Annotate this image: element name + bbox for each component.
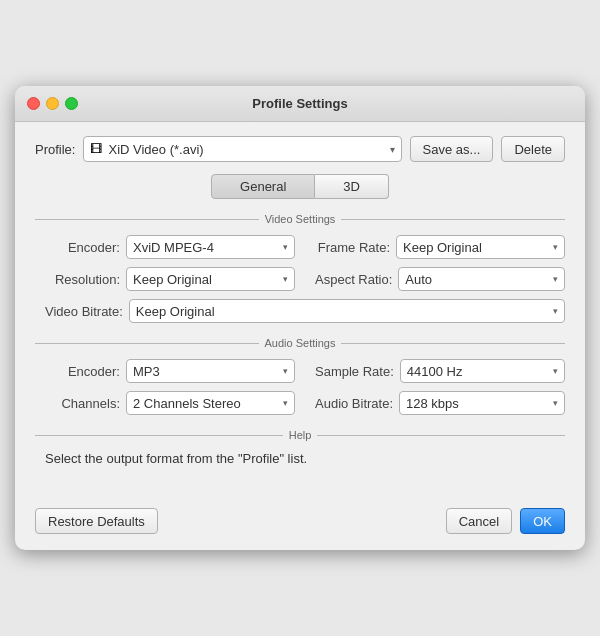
channels-label: Channels:	[45, 396, 120, 411]
sample-rate-arrow: ▾	[553, 366, 558, 376]
frame-rate-label: Frame Rate:	[315, 240, 390, 255]
audio-fields-grid: Encoder: MP3 ▾ Sample Rate: 44100 Hz ▾ C…	[35, 359, 565, 415]
bottom-right-buttons: Cancel OK	[446, 508, 565, 534]
encoder-label: Encoder:	[45, 240, 120, 255]
minimize-button[interactable]	[46, 97, 59, 110]
help-line-left	[35, 435, 283, 436]
profile-label: Profile:	[35, 142, 75, 157]
resolution-value: Keep Original	[133, 272, 283, 287]
video-bitrate-value: Keep Original	[136, 304, 553, 319]
video-bitrate-select[interactable]: Keep Original ▾	[129, 299, 565, 323]
help-line-right	[317, 435, 565, 436]
close-button[interactable]	[27, 97, 40, 110]
profile-value: XiD Video (*.avi)	[108, 142, 385, 157]
delete-button[interactable]: Delete	[501, 136, 565, 162]
section-line-right	[341, 219, 565, 220]
video-settings-section: Video Settings Encoder: XviD MPEG-4 ▾ Fr…	[35, 213, 565, 323]
audio-bitrate-value: 128 kbps	[406, 396, 553, 411]
profile-row: Profile: 🎞 XiD Video (*.avi) ▾ Save as..…	[35, 136, 565, 162]
cancel-button[interactable]: Cancel	[446, 508, 512, 534]
video-bitrate-arrow: ▾	[553, 306, 558, 316]
restore-defaults-button[interactable]: Restore Defaults	[35, 508, 158, 534]
video-settings-title: Video Settings	[265, 213, 336, 225]
encoder-value: XviD MPEG-4	[133, 240, 283, 255]
audio-bitrate-field: Audio Bitrate: 128 kbps ▾	[315, 391, 565, 415]
video-bitrate-row: Video Bitrate: Keep Original ▾	[35, 299, 565, 323]
channels-field: Channels: 2 Channels Stereo ▾	[45, 391, 295, 415]
channels-arrow: ▾	[283, 398, 288, 408]
sample-rate-select[interactable]: 44100 Hz ▾	[400, 359, 565, 383]
audio-encoder-value: MP3	[133, 364, 283, 379]
audio-settings-title: Audio Settings	[265, 337, 336, 349]
help-text: Select the output format from the "Profi…	[35, 451, 565, 466]
profile-select[interactable]: 🎞 XiD Video (*.avi) ▾	[83, 136, 401, 162]
encoder-field: Encoder: XviD MPEG-4 ▾	[45, 235, 295, 259]
sample-rate-field: Sample Rate: 44100 Hz ▾	[315, 359, 565, 383]
traffic-lights	[27, 97, 78, 110]
ok-button[interactable]: OK	[520, 508, 565, 534]
resolution-field: Resolution: Keep Original ▾	[45, 267, 295, 291]
frame-rate-field: Frame Rate: Keep Original ▾	[315, 235, 565, 259]
maximize-button[interactable]	[65, 97, 78, 110]
audio-line-left	[35, 343, 259, 344]
encoder-select[interactable]: XviD MPEG-4 ▾	[126, 235, 295, 259]
resolution-select[interactable]: Keep Original ▾	[126, 267, 295, 291]
sample-rate-value: 44100 Hz	[407, 364, 553, 379]
frame-rate-arrow: ▾	[553, 242, 558, 252]
frame-rate-select[interactable]: Keep Original ▾	[396, 235, 565, 259]
audio-bitrate-label: Audio Bitrate:	[315, 396, 393, 411]
resolution-label: Resolution:	[45, 272, 120, 287]
aspect-ratio-field: Aspect Ratio: Auto ▾	[315, 267, 565, 291]
aspect-ratio-label: Aspect Ratio:	[315, 272, 392, 287]
section-line-left	[35, 219, 259, 220]
audio-encoder-arrow: ▾	[283, 366, 288, 376]
help-section: Help Select the output format from the "…	[35, 429, 565, 466]
main-content: Profile: 🎞 XiD Video (*.avi) ▾ Save as..…	[15, 122, 585, 498]
bottom-bar: Restore Defaults Cancel OK	[15, 498, 585, 550]
audio-encoder-select[interactable]: MP3 ▾	[126, 359, 295, 383]
video-fields-grid: Encoder: XviD MPEG-4 ▾ Frame Rate: Keep …	[35, 235, 565, 291]
aspect-ratio-value: Auto	[405, 272, 553, 287]
titlebar: Profile Settings	[15, 86, 585, 122]
audio-settings-section: Audio Settings Encoder: MP3 ▾ Sample Rat…	[35, 337, 565, 415]
save-as-button[interactable]: Save as...	[410, 136, 494, 162]
frame-rate-value: Keep Original	[403, 240, 553, 255]
help-header: Help	[35, 429, 565, 441]
aspect-ratio-arrow: ▾	[553, 274, 558, 284]
audio-encoder-field: Encoder: MP3 ▾	[45, 359, 295, 383]
tabs-row: General 3D	[35, 174, 565, 199]
sample-rate-label: Sample Rate:	[315, 364, 394, 379]
audio-line-right	[341, 343, 565, 344]
help-title: Help	[289, 429, 312, 441]
window-title: Profile Settings	[252, 96, 347, 111]
audio-bitrate-select[interactable]: 128 kbps ▾	[399, 391, 565, 415]
profile-dropdown-arrow: ▾	[390, 144, 395, 155]
audio-encoder-label: Encoder:	[45, 364, 120, 379]
encoder-arrow: ▾	[283, 242, 288, 252]
profile-settings-window: Profile Settings Profile: 🎞 XiD Video (*…	[15, 86, 585, 550]
video-bitrate-label: Video Bitrate:	[45, 304, 123, 319]
aspect-ratio-select[interactable]: Auto ▾	[398, 267, 565, 291]
channels-select[interactable]: 2 Channels Stereo ▾	[126, 391, 295, 415]
audio-bitrate-arrow: ▾	[553, 398, 558, 408]
tab-general[interactable]: General	[211, 174, 315, 199]
tab-3d[interactable]: 3D	[315, 174, 389, 199]
channels-value: 2 Channels Stereo	[133, 396, 283, 411]
audio-settings-header: Audio Settings	[35, 337, 565, 349]
profile-icon: 🎞	[90, 142, 102, 156]
resolution-arrow: ▾	[283, 274, 288, 284]
video-settings-header: Video Settings	[35, 213, 565, 225]
